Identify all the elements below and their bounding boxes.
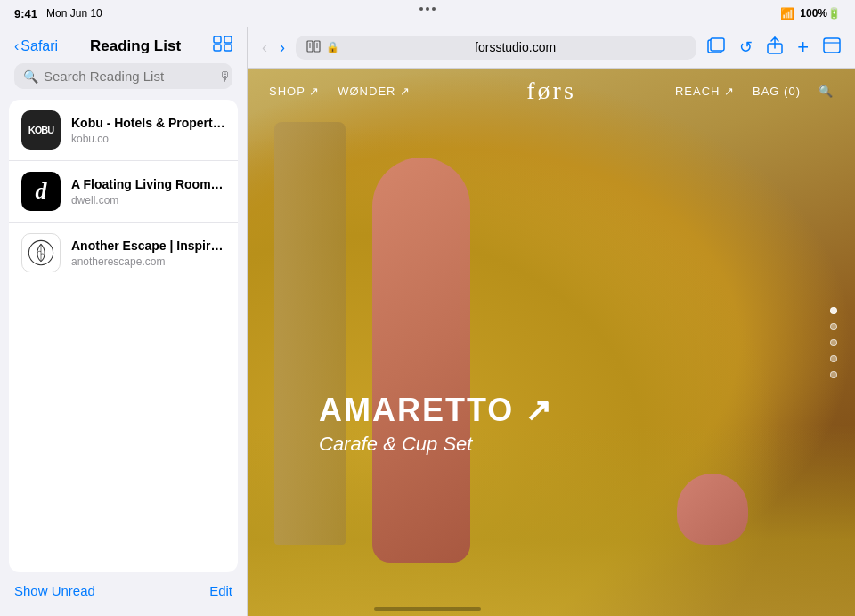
address-bar[interactable]: 🔒 forsstudio.com bbox=[296, 36, 696, 60]
reach-nav-item[interactable]: REACH ↗ bbox=[675, 85, 735, 98]
cup-shape bbox=[677, 474, 748, 545]
browser-area: ‹ › 🔒 forsstudio.com bbox=[248, 27, 855, 616]
shop-nav-item[interactable]: SHOP ↗ bbox=[269, 85, 320, 98]
product-title: AMARETTO ↗ bbox=[319, 392, 553, 429]
carousel-dot-5[interactable] bbox=[830, 371, 837, 378]
bottle-left bbox=[274, 122, 346, 545]
fors-nav-right: REACH ↗ BAG (0) 🔍 bbox=[675, 85, 834, 98]
toolbar-actions: ↺ + bbox=[704, 34, 844, 61]
svg-rect-1 bbox=[224, 36, 232, 43]
edit-button[interactable]: Edit bbox=[209, 583, 232, 598]
forward-nav-button[interactable]: › bbox=[276, 36, 289, 59]
carousel-dot-3[interactable] bbox=[830, 339, 837, 346]
share-button[interactable] bbox=[763, 35, 786, 61]
web-content: SHOP ↗ WØNDER ↗ førs REACH ↗ BAG (0) 🔍 A… bbox=[248, 69, 855, 616]
reading-title: Another Escape | Inspired by nature bbox=[71, 238, 225, 254]
tab-overview-button[interactable] bbox=[704, 36, 729, 60]
reading-url: kobu.co bbox=[71, 133, 225, 145]
reading-info: A Floating Living Room Sets a Family's L… bbox=[71, 176, 225, 207]
sidebar-panel: ‹ Safari Reading List 🔍 🎙 KOBU bbox=[0, 27, 248, 616]
carousel-dots bbox=[830, 307, 837, 378]
wifi-icon: 📶 bbox=[780, 7, 794, 20]
reading-info: Another Escape | Inspired by nature anot… bbox=[71, 238, 225, 268]
svg-rect-0 bbox=[214, 36, 221, 43]
reading-url: anotherescape.com bbox=[71, 255, 225, 268]
status-time: 9:41 bbox=[14, 7, 37, 20]
status-bar-right: 📶 100% 🔋 bbox=[780, 7, 841, 20]
svg-rect-2 bbox=[214, 45, 221, 51]
search-input[interactable] bbox=[44, 69, 213, 84]
tabs-button[interactable] bbox=[819, 36, 844, 60]
reading-info: Kobu - Hotels & Properties kobu.co bbox=[71, 115, 225, 145]
fors-logo: førs bbox=[526, 77, 576, 105]
status-center-indicator bbox=[419, 7, 436, 11]
back-nav-button[interactable]: ‹ bbox=[258, 36, 271, 59]
status-bar: 9:41 Mon Jun 10 📶 100% 🔋 bbox=[0, 0, 855, 27]
list-item[interactable]: Another Escape | Inspired by nature anot… bbox=[9, 223, 238, 283]
svg-rect-15 bbox=[711, 38, 724, 51]
lock-icon: 🔒 bbox=[326, 41, 339, 53]
reload-button[interactable]: ↺ bbox=[736, 36, 756, 59]
carafe-shape bbox=[372, 158, 470, 563]
list-item[interactable]: d A Floating Living Room Sets a Family's… bbox=[9, 161, 238, 223]
status-date: Mon Jun 10 bbox=[46, 7, 102, 20]
address-url: forsstudio.com bbox=[345, 40, 686, 54]
product-subtitle: Carafe & Cup Set bbox=[319, 433, 553, 456]
svg-rect-17 bbox=[824, 38, 840, 53]
microphone-icon[interactable]: 🎙 bbox=[218, 69, 232, 84]
svg-rect-7 bbox=[314, 41, 320, 52]
svg-rect-3 bbox=[224, 45, 232, 51]
sidebar-title: Reading List bbox=[58, 37, 213, 55]
sidebar-nav-row: ‹ Safari Reading List bbox=[14, 36, 232, 56]
browser-toolbar: ‹ › 🔒 forsstudio.com bbox=[248, 27, 855, 69]
wonder-nav-item[interactable]: WØNDER ↗ bbox=[338, 85, 411, 98]
back-button[interactable]: ‹ Safari bbox=[14, 38, 58, 54]
reading-url: dwell.com bbox=[71, 194, 225, 207]
home-indicator bbox=[374, 607, 481, 611]
carousel-dot-4[interactable] bbox=[830, 355, 837, 362]
fors-nav-left: SHOP ↗ WØNDER ↗ bbox=[269, 85, 411, 98]
add-button[interactable]: + bbox=[794, 34, 812, 61]
grid-view-button[interactable] bbox=[213, 36, 232, 56]
list-item[interactable]: KOBU Kobu - Hotels & Properties kobu.co bbox=[9, 100, 238, 161]
show-unread-button[interactable]: Show Unread bbox=[14, 583, 95, 598]
search-bar[interactable]: 🔍 🎙 bbox=[14, 63, 232, 89]
bag-nav-item[interactable]: BAG (0) bbox=[753, 85, 801, 98]
reading-title: A Floating Living Room Sets a Family's L… bbox=[71, 176, 225, 192]
sidebar-footer: Show Unread Edit bbox=[0, 572, 247, 616]
search-icon: 🔍 bbox=[23, 69, 38, 84]
fors-nav: SHOP ↗ WØNDER ↗ førs REACH ↗ BAG (0) 🔍 bbox=[248, 69, 855, 113]
favicon-another bbox=[21, 233, 61, 272]
carousel-dot-2[interactable] bbox=[830, 323, 837, 330]
reading-list: KOBU Kobu - Hotels & Properties kobu.co … bbox=[9, 100, 238, 572]
carousel-dot-1[interactable] bbox=[830, 307, 837, 314]
nav-buttons: ‹ › bbox=[258, 36, 289, 59]
fors-hero-text: AMARETTO ↗ Carafe & Cup Set bbox=[319, 392, 553, 456]
svg-rect-6 bbox=[307, 41, 313, 52]
favicon-dwell: d bbox=[21, 172, 61, 211]
fors-website: SHOP ↗ WØNDER ↗ førs REACH ↗ BAG (0) 🔍 A… bbox=[248, 69, 855, 616]
favicon-kobu: KOBU bbox=[21, 110, 61, 150]
chevron-left-icon: ‹ bbox=[14, 38, 19, 54]
reader-mode-icon bbox=[306, 40, 321, 55]
sidebar-header: ‹ Safari Reading List 🔍 🎙 bbox=[0, 27, 247, 100]
battery-icon: 100% 🔋 bbox=[800, 7, 841, 20]
reading-title: Kobu - Hotels & Properties bbox=[71, 115, 225, 131]
search-nav-icon[interactable]: 🔍 bbox=[818, 85, 834, 98]
back-label: Safari bbox=[20, 38, 58, 54]
